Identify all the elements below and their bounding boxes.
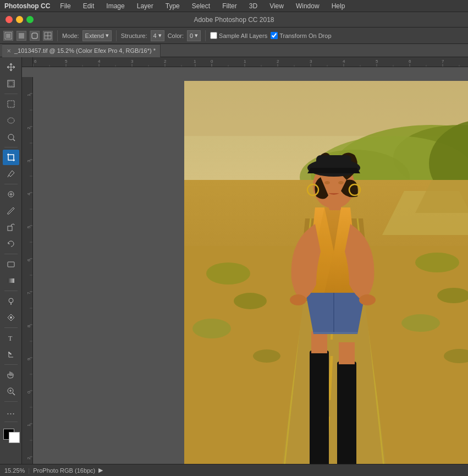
tool-preset-icon[interactable] (3, 31, 13, 41)
svg-text:1: 1 (26, 424, 31, 426)
svg-rect-3 (32, 33, 37, 39)
svg-point-22 (10, 316, 12, 319)
tab-bar: ✕ _1013457.tif @ 15.2% (Color Efex Pro 4… (0, 44, 468, 57)
svg-rect-2 (19, 33, 24, 39)
path-select-tool[interactable] (3, 347, 19, 362)
status-arrow[interactable]: ▶ (98, 467, 103, 474)
ruler-ticks-h: 6 5 4 3 2 1 0 (33, 57, 468, 67)
svg-point-130 (234, 293, 267, 309)
healing-tool[interactable] (3, 187, 19, 202)
marquee-tool[interactable] (3, 96, 19, 112)
window-title: Adobe Photoshop CC 2018 (194, 16, 274, 24)
svg-marker-157 (307, 168, 360, 173)
menu-3d[interactable]: 3D (247, 1, 260, 11)
structure-dropdown[interactable]: 4 ▾ (151, 30, 164, 41)
clone-stamp-tool[interactable] (3, 220, 19, 235)
menu-layer[interactable]: Layer (135, 1, 156, 11)
traffic-lights (5, 16, 34, 23)
move-tool[interactable] (3, 59, 19, 75)
transform-on-drop-label[interactable]: Transform On Drop (279, 32, 331, 39)
svg-text:5: 5 (26, 226, 31, 228)
svg-point-11 (8, 134, 14, 140)
close-button[interactable] (5, 16, 13, 23)
svg-text:5: 5 (376, 59, 378, 64)
artboard-tool[interactable] (3, 76, 19, 91)
menu-image[interactable]: Image (104, 1, 126, 11)
color-dropdown[interactable]: 0 ▾ (187, 30, 201, 41)
zoom-level: 15.25% (4, 467, 25, 474)
zoom-tool[interactable] (3, 384, 19, 399)
svg-point-10 (8, 118, 14, 123)
toolbar: T … (0, 57, 22, 464)
separator-1 (57, 30, 58, 41)
svg-text:1: 1 (194, 59, 196, 64)
brush-tool[interactable] (3, 203, 19, 218)
menu-window[interactable]: Window (294, 1, 322, 11)
status-bar: 15.25% | ProPhoto RGB (16bpc) ▶ (0, 464, 468, 476)
tab-title: _1013457.tif @ 15.2% (Color Efex Pro 4, … (14, 47, 156, 54)
hand-tool[interactable] (3, 367, 19, 382)
svg-point-135 (401, 314, 440, 332)
svg-text:9: 9 (26, 358, 31, 360)
svg-rect-17 (8, 226, 12, 231)
grid-icon[interactable] (43, 31, 53, 41)
ruler-left: 1 2 3 4 5 6 (22, 77, 33, 464)
svg-rect-144 (339, 342, 355, 364)
svg-text:4: 4 (26, 193, 31, 195)
mode-dropdown[interactable]: Extend ▾ (82, 30, 112, 41)
svg-text:1: 1 (26, 94, 31, 96)
svg-point-133 (415, 253, 459, 272)
mode-label: Mode: (62, 32, 79, 39)
svg-line-26 (13, 393, 15, 395)
menu-view[interactable]: View (267, 1, 286, 11)
color-swatch-group (1, 426, 21, 444)
transform-on-drop-group[interactable]: Transform On Drop (271, 32, 331, 39)
transform-on-drop-checkbox[interactable] (271, 32, 278, 39)
menu-filter[interactable]: Filter (220, 1, 239, 11)
svg-rect-140 (337, 362, 356, 464)
eyedropper-tool[interactable] (3, 166, 19, 182)
menu-type[interactable]: Type (163, 1, 182, 11)
tool-separator-1 (4, 94, 18, 94)
document-tab[interactable]: ✕ _1013457.tif @ 15.2% (Color Efex Pro 4… (2, 44, 161, 57)
pen-tool[interactable] (3, 310, 19, 325)
square-icon[interactable] (16, 31, 26, 41)
crop-tool[interactable] (3, 150, 19, 165)
menu-edit[interactable]: Edit (81, 1, 97, 11)
svg-text:0: 0 (211, 59, 213, 64)
dodge-tool[interactable] (3, 293, 19, 309)
gradient-tool[interactable] (3, 273, 19, 288)
sample-all-layers-label[interactable]: Sample All Layers (219, 32, 267, 39)
svg-rect-139 (310, 351, 329, 464)
minimize-button[interactable] (16, 16, 23, 23)
canvas-left-padding (33, 67, 173, 464)
svg-text:6: 6 (409, 59, 411, 64)
canvas-main: 1 2 3 4 5 6 (22, 67, 468, 464)
svg-text:5: 5 (65, 59, 68, 64)
svg-point-131 (192, 319, 231, 338)
rounded-rect-icon[interactable] (30, 31, 40, 41)
history-brush-tool[interactable] (3, 236, 19, 251)
type-tool[interactable]: T (3, 330, 19, 346)
menu-help[interactable]: Help (329, 1, 348, 11)
svg-text:T: T (8, 335, 13, 342)
quick-select-tool[interactable] (3, 129, 19, 145)
photo-canvas (184, 81, 468, 464)
ruler-top: 6 5 4 3 2 1 0 (22, 57, 468, 67)
status-separator: | (28, 467, 30, 474)
svg-text:3: 3 (131, 59, 134, 64)
svg-point-151 (290, 294, 306, 305)
menu-file[interactable]: File (58, 1, 73, 11)
svg-text:3: 3 (26, 160, 31, 162)
sample-all-layers-checkbox[interactable] (210, 32, 217, 39)
lasso-tool[interactable] (3, 113, 19, 128)
eraser-tool[interactable] (3, 256, 19, 272)
svg-point-161 (338, 181, 344, 184)
menu-select[interactable]: Select (190, 1, 212, 11)
more-tools[interactable]: … (3, 404, 19, 419)
maximize-button[interactable] (26, 16, 34, 23)
svg-text:2: 2 (26, 457, 31, 459)
tab-close-button[interactable]: ✕ (7, 48, 11, 54)
sample-all-layers-group[interactable]: Sample All Layers (210, 32, 267, 39)
background-color[interactable] (9, 432, 20, 443)
